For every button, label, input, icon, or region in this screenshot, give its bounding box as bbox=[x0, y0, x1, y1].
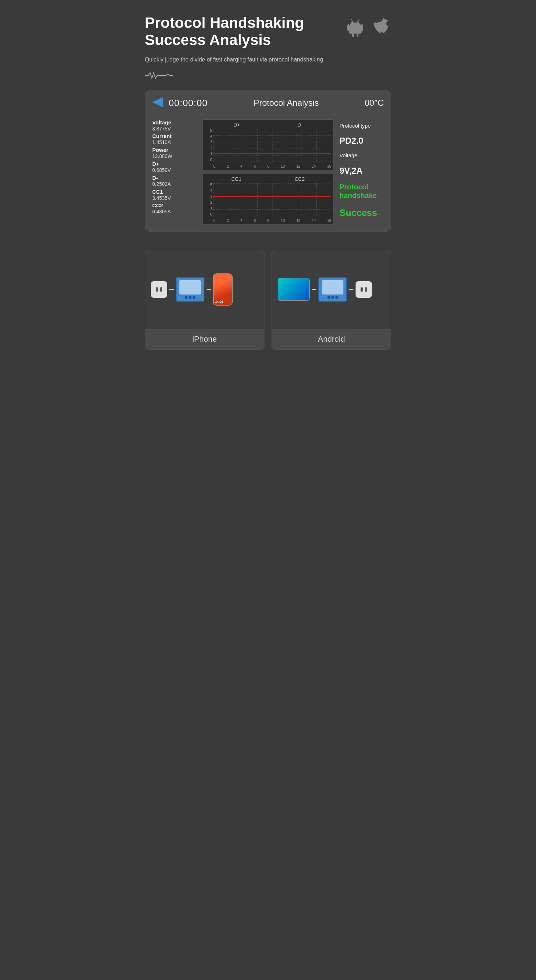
svg-rect-2 bbox=[347, 24, 349, 31]
measurement-cc2: CC2 0.4305A bbox=[152, 202, 196, 215]
iphone-tester-device bbox=[176, 277, 204, 302]
iphone-setup: 14:25 bbox=[151, 274, 258, 305]
success-block: Success bbox=[339, 203, 384, 221]
protocol-handshake-label: Protocol handshake bbox=[339, 183, 384, 200]
title-area: Protocol Handshaking Success Analysis Qu… bbox=[145, 14, 345, 64]
panel-header: 00:00:00 Protocol Analysis 00°C bbox=[152, 97, 384, 115]
back-arrow-icon[interactable] bbox=[152, 97, 163, 109]
svg-marker-8 bbox=[152, 97, 163, 107]
os-icons-group bbox=[345, 14, 391, 40]
cable-segment-2 bbox=[207, 289, 211, 290]
protocol-type-value: PD2.0 bbox=[339, 136, 384, 146]
android-icon bbox=[345, 18, 365, 40]
measurement-voltage: Voltage 8.8775V bbox=[152, 119, 196, 132]
measurement-current: Current 1.4510A bbox=[152, 133, 196, 145]
main-title: Protocol Handshaking Success Analysis bbox=[145, 14, 345, 49]
chart-bottom-y-axis: 5 4 3 2 1 0 bbox=[205, 183, 213, 216]
android-label: Android bbox=[272, 329, 391, 350]
page-wrapper: Protocol Handshaking Success Analysis Qu… bbox=[134, 0, 402, 371]
waveform-decoration bbox=[145, 71, 391, 81]
chart-dplus-dminus: D+ D- 5 4 3 2 1 0 bbox=[202, 119, 334, 170]
panel-body: Voltage 8.8775V Current 1.4510A Power 12… bbox=[152, 119, 384, 224]
apple-icon bbox=[372, 18, 391, 40]
protocol-type-block: Protocol type bbox=[339, 119, 384, 133]
measurement-dminus: D- 0.2502A bbox=[152, 175, 196, 187]
panel-temperature: 00°C bbox=[364, 98, 384, 108]
voltage-label: Voltage bbox=[339, 152, 384, 159]
android-image-area bbox=[272, 250, 391, 329]
chart-top-grid bbox=[213, 129, 331, 162]
protocol-type-label: Protocol type bbox=[339, 122, 384, 129]
chart-bottom-x-axis: 0 2 4 6 8 10 12 14 16 bbox=[213, 219, 331, 223]
success-value: Success bbox=[339, 207, 384, 218]
panel-title: Protocol Analysis bbox=[213, 98, 359, 108]
chart-bottom-header: CC1 CC2 bbox=[205, 176, 331, 182]
chart-bottom-label-cc1: CC1 bbox=[231, 176, 241, 182]
chart-bottom-grid bbox=[213, 183, 331, 216]
chart-top-label-dminus: D- bbox=[297, 122, 303, 127]
device-showcase: 14:25 iPhone bbox=[145, 250, 391, 350]
svg-line-6 bbox=[351, 19, 353, 22]
chart-top-label-dplus: D+ bbox=[233, 122, 240, 127]
svg-rect-3 bbox=[361, 24, 363, 31]
chart-top-x-axis: 0 2 4 6 8 10 12 14 16 bbox=[213, 165, 331, 168]
iphone-outlet bbox=[151, 281, 167, 298]
voltage-value: 9V,2A bbox=[339, 166, 384, 176]
protocol-handshake-block: Protocol handshake bbox=[339, 179, 384, 203]
chart-bottom-label-cc2: CC2 bbox=[294, 176, 304, 182]
cable-segment-1 bbox=[169, 289, 174, 290]
android-tester-screen bbox=[322, 280, 344, 294]
svg-line-7 bbox=[357, 19, 359, 22]
android-setup bbox=[278, 277, 385, 302]
measurement-dplus: D+ 0.6859V bbox=[152, 161, 196, 173]
measurement-cc1: CC1 3.4535V bbox=[152, 189, 196, 201]
chart-top-y-axis: 5 4 3 2 1 0 bbox=[205, 129, 213, 162]
android-outlet bbox=[356, 281, 372, 298]
iphone-phone: 14:25 bbox=[213, 274, 233, 305]
voltage-block: Voltage bbox=[339, 149, 384, 162]
protocol-type-value-block: PD2.0 bbox=[339, 132, 384, 149]
android-cable-segment-1 bbox=[312, 289, 316, 290]
measurement-power: Power 12.880W bbox=[152, 147, 196, 159]
chart-cc1-cc2: CC1 CC2 5 4 3 2 1 0 bbox=[202, 174, 334, 224]
measurements-column: Voltage 8.8775V Current 1.4510A Power 12… bbox=[152, 119, 199, 224]
header-section: Protocol Handshaking Success Analysis Qu… bbox=[145, 14, 391, 64]
device-panel: 00:00:00 Protocol Analysis 00°C Voltage … bbox=[145, 90, 391, 232]
chart-top-header: D+ D- bbox=[205, 122, 331, 127]
info-column: Protocol type PD2.0 Voltage 9V,2A Protoc… bbox=[337, 119, 384, 224]
android-cable-segment-2 bbox=[349, 289, 353, 290]
chart-top-inner: 5 4 3 2 1 0 bbox=[205, 129, 331, 168]
svg-rect-4 bbox=[352, 33, 354, 37]
chart-bottom-inner: 5 4 3 2 1 0 bbox=[205, 183, 331, 223]
iphone-card: 14:25 iPhone bbox=[145, 250, 264, 350]
panel-time: 00:00:00 bbox=[169, 97, 208, 109]
android-phone bbox=[278, 278, 310, 301]
tester-screen bbox=[180, 280, 201, 294]
iphone-image-area: 14:25 bbox=[145, 250, 264, 329]
charts-column: D+ D- 5 4 3 2 1 0 bbox=[202, 119, 334, 224]
subtitle: Quickly judge the divide of fast chargin… bbox=[145, 56, 345, 64]
android-card: Android bbox=[272, 250, 391, 350]
voltage-value-block: 9V,2A bbox=[339, 162, 384, 179]
svg-rect-5 bbox=[356, 33, 358, 37]
android-tester-device bbox=[318, 277, 347, 302]
iphone-label: iPhone bbox=[145, 329, 264, 350]
